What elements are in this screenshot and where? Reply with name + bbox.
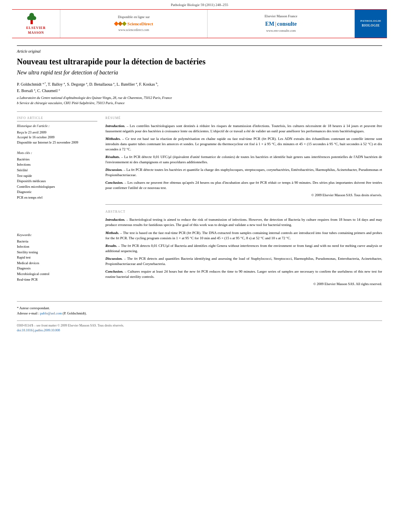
resume-methodes: Méthodes. – Ce test est basé sur la réac…: [105, 136, 382, 152]
kw-realtime-pcr: Real-time PCR: [17, 277, 97, 283]
footnote-author: * Auteur correspondant.: [17, 306, 382, 311]
historique-section: Historique de l'article : Reçu le 23 avr…: [17, 124, 97, 145]
resume-resultats: Résultats. – La frt PCR détecte 0,01 UFC…: [105, 154, 382, 165]
sd-diamonds-icon: [115, 22, 126, 25]
resume-resultats-label: Résultats.: [105, 155, 120, 159]
sciencedirect-block: Disponible en ligne sur ScienceDirect ww…: [60, 10, 208, 38]
resume-copyright: © 2009 Elsevier Masson SAS. Tous droits …: [105, 193, 382, 198]
resume-header: Résumé: [105, 116, 382, 120]
mots-cles-label: Mots clés :: [17, 151, 97, 156]
disponible-label: Disponible en ligne sur: [118, 15, 150, 20]
sciencedirect-name: ScienceDirect: [128, 21, 153, 27]
pathologie-title: PATHOLOGIE: [360, 19, 381, 23]
elsevier-name: ELSEVIERMASSON: [26, 26, 45, 35]
resume-conclusion-label: Conclusion.: [105, 181, 123, 185]
abstract-results-label: Results.: [105, 244, 117, 248]
resume-methodes-text: – Ce test est basé sur la réaction de po…: [105, 137, 382, 151]
abstract-methods-text: – The test is based on the fast real-tim…: [105, 231, 382, 240]
resume-intro: Introduction. – Les contrôles bactériolo…: [105, 123, 382, 134]
abstract-conclusion: Conclusion. – Cultures require at least …: [105, 269, 382, 279]
abstract-methods: Methods. – The test is based on the fast…: [105, 230, 382, 241]
doi-text: doi:10.1016/j.patbio.2009.10.008: [17, 328, 382, 333]
kw-rapid-test: Rapid test: [17, 255, 97, 261]
article-type: Article original: [17, 45, 382, 54]
bottom-bar: 0369-8114/$ – see front matter © 2009 El…: [17, 320, 382, 333]
abstract-discussion-text: – The frt PCR detects and quantifies Bac…: [105, 257, 382, 266]
em-bar-icon: |: [275, 20, 276, 28]
resume-section: Résumé Introduction. – Les contrôles bac…: [105, 116, 382, 198]
accepte-date: Accepté le 16 octobre 2009: [17, 135, 97, 140]
journal-header: Pathologie Biologie 59 (2011) 248–255: [0, 0, 399, 9]
left-column: Info Article Historique de l'article : R…: [17, 116, 97, 293]
two-column-section: Info Article Historique de l'article : R…: [17, 111, 382, 293]
resume-discussion: Discussion. – La frt PCR détecte toutes …: [105, 167, 382, 178]
abstract-methods-label: Methods.: [105, 231, 119, 235]
keywords-en-section: Keywords: Bacteria Infection Sterility t…: [17, 233, 97, 283]
abstract-conclusion-label: Conclusion.: [105, 269, 123, 273]
article-title-english: New ultra rapid test for detection of ba…: [17, 69, 382, 77]
svg-point-3: [32, 16, 36, 20]
resume-discussion-label: Discussion.: [105, 168, 123, 172]
resume-resultats-text: – La frt PCR détecte 0,01 UFC/μl (équiva…: [105, 155, 382, 164]
svg-point-4: [27, 16, 31, 20]
pathologie-biologie-title: BIOLOGIE: [362, 23, 380, 28]
em-em-text: EM: [265, 20, 274, 28]
doi-link[interactable]: doi:10.1016/j.patbio.2009.10.008: [17, 329, 60, 332]
journal-title: Pathologie Biologie 59 (2011) 248–255: [171, 3, 228, 7]
banner-row: ELSEVIERMASSON Disponible en ligne sur S…: [12, 9, 387, 38]
elsevier-logo-block: ELSEVIERMASSON: [12, 10, 60, 38]
affiliations: a Laboratoire du Centre national d'ophta…: [17, 95, 382, 106]
kw-bacteries: Bactéries: [17, 157, 97, 162]
elsevier-masson-label: Elsevier Masson France: [265, 14, 298, 19]
resume-conclusion: Conclusion. – Les cultures ne peuvent êt…: [105, 180, 382, 191]
affiliation-b: b Service de chirurgie vasculaire, CHU P…: [17, 101, 382, 106]
kw-sterility: Sterility testing: [17, 250, 97, 255]
mots-cles-section: Mots clés : Bactéries Infections Stérili…: [17, 151, 97, 201]
em-consulte-text: consulte: [277, 20, 297, 28]
abstract-results-text: – The frt PCR detects 0,01 CFU/μl of Bac…: [105, 244, 382, 253]
kw-infection: Infection: [17, 244, 97, 250]
kw-medical-devices: Medical devices: [17, 261, 97, 266]
sciencedirect-url: www.sciencedirect.com: [118, 28, 149, 32]
footnote-email: Adresse e-mail : pablo@aol.com (P. Golds…: [17, 311, 382, 316]
disponible-date: Disponible sur Internet le 25 novembre 2…: [17, 140, 97, 145]
abstract-copyright: © 2009 Elsevier Masson SAS. All rights r…: [105, 282, 382, 287]
email-label: Adresse e-mail :: [17, 311, 39, 315]
emconsulte-block: Elsevier Masson France EM | consulte www…: [208, 10, 355, 38]
emconsulte-logo: EM | consulte: [265, 20, 296, 28]
abstract-intro: Introduction. – Bacteriological testing …: [105, 217, 382, 228]
abstract-discussion: Discussion. – The frt PCR detects and qu…: [105, 256, 382, 267]
authors-list: P. Goldschmidt a,*, T. Balloy a, S. Dego…: [17, 81, 382, 94]
recu-date: Reçu le 23 avril 2009: [17, 130, 97, 135]
emconsulte-url: www.em-consulte.com: [266, 29, 296, 33]
abstract-header: Abstract: [105, 210, 382, 214]
resume-discussion-text: – La frt PCR détecte toutes les bactérie…: [105, 168, 382, 177]
abstract-divider: [105, 204, 382, 205]
kw-bacteria: Bacteria: [17, 239, 97, 244]
abstract-section: Abstract Introduction. – Bacteriological…: [105, 210, 382, 287]
historique-label: Historique de l'article :: [17, 124, 97, 129]
asterisk-note: * Auteur correspondant.: [17, 306, 50, 310]
resume-methodes-label: Méthodes.: [105, 137, 121, 141]
main-content: Article original Nouveau test ultrarapid…: [0, 38, 399, 341]
info-article-header: Info Article: [17, 116, 97, 121]
elsevier-tree-icon: [26, 12, 46, 25]
keywords-list: Bacteria Infection Sterility testing Rap…: [17, 239, 97, 283]
footer-section: * Auteur correspondant. Adresse e-mail :…: [17, 301, 382, 316]
abstract-results: Results. – The frt PCR detects 0,01 CFU/…: [105, 243, 382, 254]
resume-conclusion-text: – Les cultures ne peuvent être obtenus q…: [105, 181, 382, 190]
article-title-french: Nouveau test ultrarapide pour la détecti…: [17, 57, 382, 66]
bottom-copyright: 0369-8114/$ – see front matter © 2009 El…: [17, 323, 382, 328]
email-link[interactable]: pablo@aol.com: [40, 311, 62, 315]
pathologie-biologie-cover: PATHOLOGIE BIOLOGIE: [355, 10, 387, 38]
kw-test-rapide: Test rapide: [17, 173, 97, 179]
kw-microbiological: Microbiological control: [17, 271, 97, 277]
kw-diagnostic: Diagnostic: [17, 189, 97, 195]
abstract-conclusion-text: – Cultures require at least 24 hours but…: [105, 269, 382, 279]
abstract-intro-text: – Bacteriological testing is aimed to re…: [105, 218, 382, 227]
kw-infections: Infections: [17, 162, 97, 168]
abstract-intro-label: Introduction.: [105, 218, 125, 222]
page-container: Pathologie Biologie 59 (2011) 248–255 EL…: [0, 0, 399, 532]
elsevier-logo: ELSEVIERMASSON: [26, 12, 46, 35]
right-column: Résumé Introduction. – Les contrôles bac…: [105, 116, 382, 293]
